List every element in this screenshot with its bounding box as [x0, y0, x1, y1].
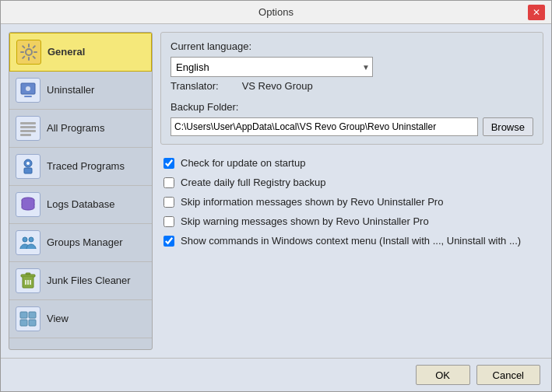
checkboxes-section: Check for update on startup Create daily…: [160, 152, 543, 251]
sidebar-label-general: General: [47, 46, 85, 58]
sidebar-label-groups-manager: Groups Manager: [47, 236, 123, 249]
checkbox-context-label: Show commands in Windows context menu (I…: [181, 235, 521, 247]
checkbox-registry-input[interactable]: [163, 177, 174, 188]
sidebar-label-traced-programs: Traced Programs: [47, 160, 125, 173]
content-area: General Uninstaller: [1, 24, 551, 358]
gear-icon: [16, 40, 41, 65]
svg-rect-18: [26, 273, 30, 275]
sidebar-item-all-programs[interactable]: All Programs: [9, 110, 152, 148]
sidebar-item-uninstaller[interactable]: Uninstaller: [9, 72, 152, 110]
view-icon: [16, 306, 40, 331]
sidebar-item-logs-database[interactable]: Logs Database: [9, 186, 152, 224]
logs-icon: [16, 192, 40, 217]
svg-rect-5: [20, 126, 36, 128]
checkbox-context[interactable]: Show commands in Windows context menu (I…: [163, 235, 540, 247]
sidebar: General Uninstaller: [9, 32, 153, 350]
traced-icon: [16, 154, 40, 179]
checkbox-info-input[interactable]: [163, 197, 174, 208]
uninstaller-icon: [16, 78, 40, 103]
checkbox-info-label: Skip information messages shown by Revo …: [181, 196, 443, 208]
language-row: English ▼: [171, 57, 533, 77]
svg-rect-6: [20, 130, 36, 132]
svg-point-2: [26, 86, 30, 91]
checkbox-update-input[interactable]: [163, 158, 174, 169]
language-select[interactable]: English: [171, 57, 373, 77]
language-backup-section: Current language: English ▼ Translator: …: [160, 32, 543, 145]
checkbox-context-input[interactable]: [163, 236, 174, 247]
svg-rect-4: [20, 122, 36, 124]
sidebar-item-traced-programs[interactable]: Traced Programs: [9, 148, 152, 186]
footer: OK Cancel: [1, 358, 551, 391]
title-bar: Options ✕: [1, 1, 551, 24]
svg-rect-20: [29, 312, 36, 318]
cancel-button[interactable]: Cancel: [476, 365, 540, 385]
checkbox-warning[interactable]: Skip warning messages shown by Revo Unin…: [163, 215, 540, 227]
svg-point-13: [29, 237, 33, 242]
sidebar-item-groups-manager[interactable]: Groups Manager: [9, 224, 152, 262]
backup-label: Backup Folder:: [171, 101, 533, 113]
checkbox-registry-label: Create daily full Registry backup: [181, 177, 325, 188]
window-title: Options: [24, 6, 528, 18]
svg-rect-22: [29, 320, 36, 326]
checkbox-registry[interactable]: Create daily full Registry backup: [163, 177, 540, 188]
ok-button[interactable]: OK: [416, 365, 470, 385]
sidebar-label-all-programs: All Programs: [47, 122, 104, 135]
sidebar-label-uninstaller: Uninstaller: [47, 84, 94, 96]
svg-rect-21: [20, 320, 27, 326]
checkbox-warning-label: Skip warning messages shown by Revo Unin…: [181, 215, 429, 227]
translator-label: Translator:: [171, 80, 219, 92]
junk-icon: [16, 268, 40, 293]
options-window: Options ✕ General: [0, 0, 552, 392]
checkbox-info[interactable]: Skip information messages shown by Revo …: [163, 196, 540, 208]
svg-rect-3: [24, 96, 32, 97]
sidebar-label-logs-database: Logs Database: [47, 198, 114, 211]
backup-folder-row: Browse: [171, 117, 533, 136]
svg-point-0: [26, 49, 32, 55]
checkbox-update[interactable]: Check for update on startup: [163, 157, 540, 169]
checkbox-update-label: Check for update on startup: [181, 157, 305, 169]
svg-point-12: [23, 237, 27, 242]
backup-path-input[interactable]: [171, 117, 478, 136]
sidebar-item-general[interactable]: General: [9, 33, 152, 72]
translator-row: Translator: VS Revo Group: [171, 80, 533, 92]
svg-point-9: [26, 162, 30, 165]
groups-icon: [16, 230, 40, 255]
svg-rect-19: [20, 312, 27, 318]
svg-rect-10: [24, 168, 32, 173]
close-button[interactable]: ✕: [528, 5, 545, 20]
sidebar-item-view[interactable]: View: [9, 300, 152, 338]
sidebar-label-view: View: [47, 313, 69, 325]
list-icon: [16, 116, 40, 141]
main-panel: Current language: English ▼ Translator: …: [160, 32, 543, 350]
language-select-wrapper: English ▼: [171, 57, 373, 77]
sidebar-label-junk-files-cleaner: Junk Files Cleaner: [47, 275, 131, 287]
sidebar-item-junk-files-cleaner[interactable]: Junk Files Cleaner: [9, 262, 152, 300]
checkbox-warning-input[interactable]: [163, 216, 174, 227]
translator-value: VS Revo Group: [242, 80, 313, 92]
svg-rect-7: [20, 134, 31, 136]
language-label: Current language:: [171, 40, 533, 52]
browse-button[interactable]: Browse: [483, 117, 533, 136]
